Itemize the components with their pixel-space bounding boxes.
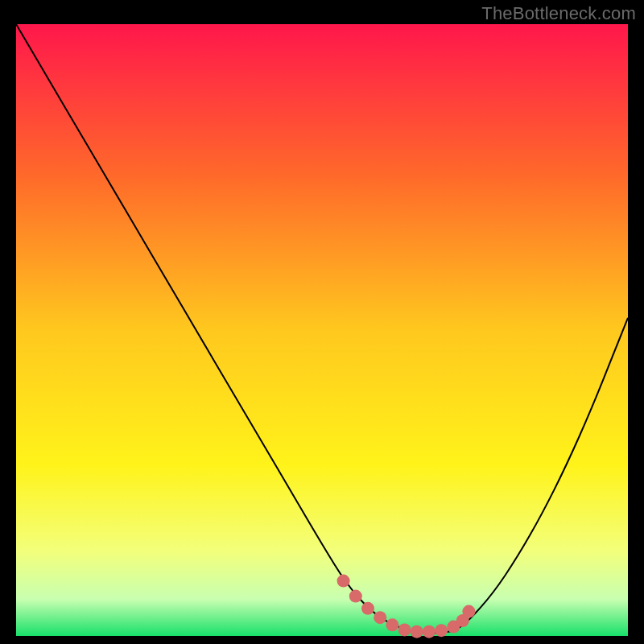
highlight-dot — [349, 590, 362, 603]
highlight-dot — [386, 618, 398, 631]
watermark-text: TheBottleneck.com — [481, 3, 636, 24]
highlight-dot — [435, 624, 448, 637]
highlight-dot — [361, 602, 374, 615]
highlight-dot — [411, 625, 423, 638]
highlight-dot — [374, 611, 386, 624]
chart-frame: TheBottleneck.com — [0, 0, 644, 644]
bottleneck-chart — [0, 0, 644, 644]
highlight-dot — [423, 625, 436, 638]
highlight-dot — [337, 575, 350, 588]
highlight-dot — [398, 623, 411, 636]
highlight-dot — [462, 605, 475, 618]
